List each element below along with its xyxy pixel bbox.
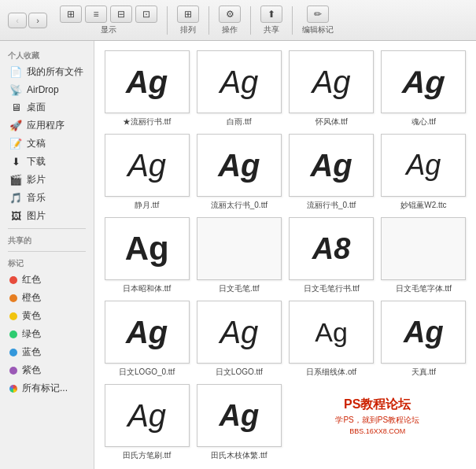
font-item-4[interactable]: Ag 静月.ttf bbox=[104, 134, 190, 211]
font-item-0[interactable]: Ag ★流丽行书.ttf bbox=[104, 50, 190, 127]
font-ag-15: Ag bbox=[404, 317, 444, 347]
font-item-2[interactable]: Ag 怀风体.ttf bbox=[289, 50, 375, 127]
action-icon[interactable]: ⚙ bbox=[219, 6, 241, 23]
airdrop-icon: 📡 bbox=[9, 83, 22, 96]
forward-button[interactable]: › bbox=[28, 13, 47, 28]
promo-box: PS教程论坛 学PS，就到PS教程论坛 BBS.16XX8.COM bbox=[289, 384, 467, 447]
display-group: ⊞ ≡ ⊟ ⊡ 显示 bbox=[60, 6, 157, 35]
music-icon: 🎵 bbox=[9, 192, 22, 205]
font-item-6[interactable]: Ag 流丽行书_0.ttf bbox=[289, 134, 375, 211]
green-dot bbox=[9, 331, 17, 338]
font-name-8: 日本昭和体.ttf bbox=[123, 283, 171, 294]
sidebar-item-pictures-label: 图片 bbox=[27, 209, 46, 223]
font-item-10[interactable]: A8 日文毛笔行书.ttf bbox=[289, 217, 375, 294]
font-ag-10: A8 bbox=[312, 234, 351, 264]
font-item-17[interactable]: Ag 田氏木枝体繁.ttf bbox=[196, 384, 282, 461]
orange-dot bbox=[9, 294, 17, 302]
font-name-17: 田氏木枝体繁.ttf bbox=[211, 450, 267, 461]
sidebar-item-desktop[interactable]: 🖥 桌面 bbox=[2, 98, 92, 116]
list-icon[interactable]: ≡ bbox=[85, 6, 107, 23]
font-name-14: 日系细线体.otf bbox=[306, 367, 356, 378]
all-tags-label: 所有标记... bbox=[22, 382, 68, 395]
sort-icon[interactable]: ⊞ bbox=[177, 6, 199, 23]
sidebar-item-all-tags[interactable]: 所有标记... bbox=[2, 379, 92, 397]
font-ag-16: Ag bbox=[127, 400, 166, 431]
sidebar-item-movies[interactable]: 🎬 影片 bbox=[2, 171, 92, 189]
font-item-16[interactable]: Ag 田氏方笔刷.ttf bbox=[104, 384, 190, 461]
sidebar-item-docs[interactable]: 📝 文稿 bbox=[2, 135, 92, 153]
font-name-0: ★流丽行书.ttf bbox=[123, 116, 171, 127]
sidebar-item-pictures[interactable]: 🖼 图片 bbox=[2, 207, 92, 225]
yellow-dot bbox=[9, 312, 17, 320]
font-item-14[interactable]: Ag 日系细线体.otf bbox=[289, 301, 375, 378]
sidebar-item-purple[interactable]: 紫色 bbox=[2, 361, 92, 379]
font-ag-8: Ag bbox=[125, 232, 169, 265]
action-label: 操作 bbox=[222, 24, 238, 35]
font-preview-1: Ag bbox=[197, 50, 282, 113]
font-ag-14: Ag bbox=[315, 319, 348, 345]
sidebar-item-green[interactable]: 绿色 bbox=[2, 325, 92, 343]
font-item-8[interactable]: Ag 日本昭和体.ttf bbox=[104, 217, 190, 294]
font-ag-17: Ag bbox=[220, 401, 260, 430]
sidebar-item-movies-label: 影片 bbox=[27, 173, 46, 186]
sidebar-item-red[interactable]: 红色 bbox=[2, 271, 92, 289]
coverflow-icon[interactable]: ⊡ bbox=[135, 6, 157, 23]
sidebar-item-downloads-label: 下载 bbox=[27, 155, 46, 168]
red-dot bbox=[9, 276, 17, 284]
font-item-5[interactable]: Ag 流丽太行书_0.ttf bbox=[196, 134, 282, 211]
purple-dot bbox=[9, 367, 17, 375]
sidebar-item-orange[interactable]: 橙色 bbox=[2, 289, 92, 307]
sidebar-item-yellow[interactable]: 黄色 bbox=[2, 307, 92, 325]
font-preview-8: Ag bbox=[105, 217, 190, 280]
share-icon[interactable]: ⬆ bbox=[260, 6, 282, 23]
font-item-7[interactable]: Ag 妙锟薫W2.ttc bbox=[381, 134, 467, 211]
font-item-9[interactable]: 日文毛笔.ttf bbox=[196, 217, 282, 294]
sidebar-item-music[interactable]: 🎵 音乐 bbox=[2, 189, 92, 207]
sort-label: 排列 bbox=[180, 24, 196, 35]
sidebar-item-apps-label: 应用程序 bbox=[27, 119, 65, 132]
purple-label: 紫色 bbox=[22, 364, 41, 377]
font-ag-2: Ag bbox=[312, 66, 351, 98]
font-item-11[interactable]: 日文毛笔字体.ttf bbox=[381, 217, 467, 294]
docs-icon: 📝 bbox=[9, 138, 22, 150]
all-tags-dot bbox=[9, 385, 17, 393]
share-label: 共享 bbox=[264, 24, 279, 35]
font-ag-7: Ag bbox=[406, 151, 441, 179]
sidebar: 个人收藏 📄 我的所有文件 📡 AirDrop 🖥 桌面 🚀 应用程序 📝 文稿… bbox=[0, 41, 94, 469]
font-item-13[interactable]: Ag 日文LOGO.ttf bbox=[196, 301, 282, 378]
font-name-9: 日文毛笔.ttf bbox=[219, 283, 259, 294]
promo-line3: BBS.16XX8.COM bbox=[349, 427, 405, 435]
display-icons: ⊞ ≡ ⊟ ⊡ bbox=[60, 6, 157, 23]
apps-icon: 🚀 bbox=[9, 120, 22, 132]
edit-icon[interactable]: ✏ bbox=[307, 6, 329, 23]
movies-icon: 🎬 bbox=[9, 174, 22, 186]
font-item-15[interactable]: Ag 天真.ttf bbox=[381, 301, 467, 378]
sidebar-item-all-files[interactable]: 📄 我的所有文件 bbox=[2, 63, 92, 81]
shared-section-title: 共享的 bbox=[0, 232, 94, 248]
font-name-7: 妙锟薫W2.ttc bbox=[400, 200, 446, 211]
font-preview-11 bbox=[381, 217, 466, 280]
divider1 bbox=[8, 228, 86, 229]
orange-label: 橙色 bbox=[22, 291, 41, 305]
toolbar: ‹ › ⊞ ≡ ⊟ ⊡ 显示 ⊞ 排列 ⚙ 操作 ⬆ 共享 ✏ 编辑标记 bbox=[0, 0, 476, 41]
grid-icon[interactable]: ⊞ bbox=[60, 6, 82, 23]
font-preview-6: Ag bbox=[289, 134, 374, 197]
columns-icon[interactable]: ⊟ bbox=[110, 6, 132, 23]
font-name-16: 田氏方笔刷.ttf bbox=[123, 450, 171, 461]
font-ag-1: Ag bbox=[220, 66, 258, 98]
font-preview-10: A8 bbox=[289, 217, 374, 280]
sidebar-item-blue[interactable]: 蓝色 bbox=[2, 343, 92, 361]
font-preview-17: Ag bbox=[197, 384, 282, 447]
sidebar-item-downloads[interactable]: ⬇ 下载 bbox=[2, 153, 92, 171]
content-area: Ag ★流丽行书.ttf Ag 白雨.ttf Ag 怀风体.ttf Ag bbox=[94, 41, 476, 469]
font-preview-9 bbox=[197, 217, 282, 280]
font-ag-6: Ag bbox=[310, 150, 352, 181]
sidebar-item-apps[interactable]: 🚀 应用程序 bbox=[2, 116, 92, 135]
font-item-3[interactable]: Ag 魂心.ttf bbox=[381, 50, 467, 127]
font-item-12[interactable]: Ag 日文LOGO_0.ttf bbox=[104, 301, 190, 378]
sidebar-item-airdrop[interactable]: 📡 AirDrop bbox=[2, 81, 92, 98]
desktop-icon: 🖥 bbox=[9, 102, 22, 114]
font-item-1[interactable]: Ag 白雨.ttf bbox=[196, 50, 282, 127]
font-name-3: 魂心.ttf bbox=[411, 116, 436, 127]
back-button[interactable]: ‹ bbox=[8, 13, 27, 28]
